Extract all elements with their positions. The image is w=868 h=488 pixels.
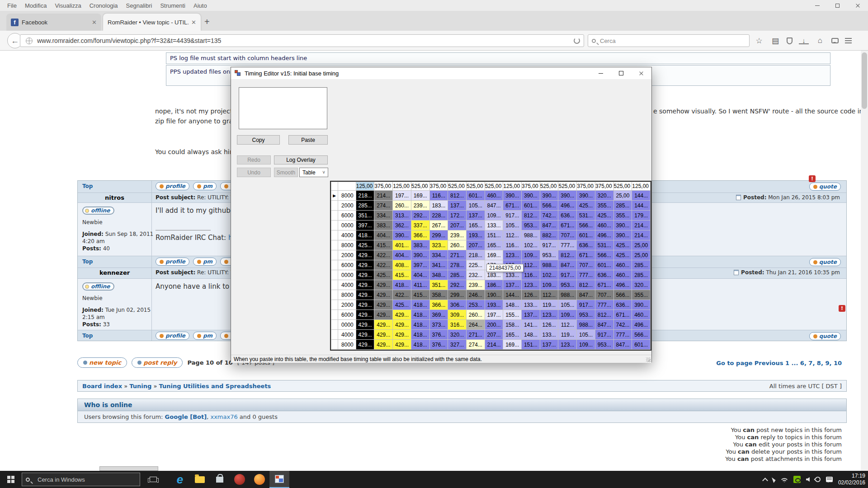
grid-cell[interactable]: 267... [429,221,448,230]
grid-cell[interactable]: 496... [558,201,577,211]
grid-cell[interactable]: 418... [356,230,374,240]
grid-cell[interactable]: 109... [540,280,558,290]
grid-cell[interactable]: 109... [522,250,540,260]
taskbar-search-placeholder[interactable]: Cerca in Windows [38,476,85,483]
grid-cell[interactable]: 126... [522,290,540,300]
grid-cell[interactable]: 404... [393,250,411,260]
bookmark-star-icon[interactable]: ☆ [754,36,764,46]
grid-cell[interactable]: 260... [466,310,485,320]
url-text[interactable]: www.romraider.com/forum/viewtopic.php?f=… [37,37,571,44]
grid-cell[interactable]: 337... [411,221,429,230]
grid-cell[interactable]: 172... [448,211,467,221]
grid-cell[interactable]: 366... [429,300,448,310]
grid-cell[interactable]: 847... [558,260,577,270]
grid-cell[interactable]: 390... [613,230,632,240]
history-listbox[interactable] [239,87,327,129]
grid-cell[interactable]: 369... [429,310,448,320]
grid-cell[interactable]: 429... [393,320,411,330]
grid-cell[interactable]: 25,00 [632,250,651,260]
grid-cell[interactable]: 260... [448,240,467,250]
pointer-tray-icon[interactable] [772,476,776,483]
grid-cell[interactable]: 169... [503,340,522,350]
minimize-button[interactable] [807,0,827,11]
grid-cell[interactable]: 320... [632,280,651,290]
grid-row-header[interactable]: 4000 [338,330,356,340]
new-tab-button[interactable]: + [204,17,210,26]
wifi-icon[interactable] [781,477,788,482]
grid-row-header[interactable]: 4000 [338,280,356,290]
grid-col-header[interactable]: 375,00 [374,182,393,191]
grid-cell[interactable]: 429... [374,320,393,330]
pm-button[interactable]: pm [193,258,217,266]
grid-cell[interactable]: 429... [393,330,411,340]
grid-cell[interactable]: 953... [522,221,540,230]
grid-cell[interactable]: 116... [503,240,522,250]
grid-cell[interactable]: 847... [595,320,613,330]
adblock-shield-icon[interactable] [787,38,793,44]
grid-cell[interactable]: 415... [374,240,393,250]
grid-cell[interactable]: 636... [595,270,613,280]
dialog-maximize-button[interactable] [611,67,631,79]
grid-cell[interactable]: 671... [558,221,577,230]
grid-cell[interactable]: 429... [356,290,374,300]
grid-row-header[interactable]: 8000 [338,340,356,350]
grid-cell[interactable]: 429... [393,340,411,350]
grid-cell[interactable]: 390... [393,230,411,240]
grid-cell[interactable]: 418... [411,320,429,330]
grid-cell[interactable]: 601... [577,230,595,240]
grid-cell[interactable]: 348... [429,270,448,280]
grid-cell[interactable]: 362... [393,221,411,230]
undo-button[interactable]: Undo [237,168,271,177]
grid-row-header[interactable]: 2000 [338,250,356,260]
grid-cell[interactable]: 376... [429,340,448,350]
breadcrumb-tuning[interactable]: Tuning [129,383,151,389]
quote-button[interactable]: quote [809,183,841,191]
grid-cell[interactable]: 123... [522,280,540,290]
file-explorer-button[interactable] [190,471,210,488]
grid-cell[interactable]: 155... [503,310,522,320]
grid-cell[interactable]: 422... [393,290,411,300]
grid-cell[interactable]: 953... [558,280,577,290]
grid-col-header[interactable]: 525,00 [411,182,429,191]
grid-cell[interactable]: 531... [577,211,595,221]
grid-cell[interactable]: 460... [613,260,632,270]
grid-cell[interactable]: 566... [595,250,613,260]
grid-cell[interactable]: 390... [522,191,540,201]
grid-cell[interactable]: 496... [595,230,613,240]
grid-cell[interactable]: 144... [503,290,522,300]
grid-cell[interactable]: 429... [374,340,393,350]
grid-cell[interactable]: 425... [613,240,632,250]
pm-button[interactable]: pm [193,332,217,340]
grid-cell[interactable]: 917... [540,240,558,250]
grid-cell[interactable]: 383... [411,240,429,250]
browser-app-button[interactable] [230,471,250,488]
grid-cell[interactable]: 225... [466,260,485,270]
menu-modifica[interactable]: Modifica [21,1,50,10]
grid-cell[interactable]: 408... [393,260,411,270]
grid-col-header[interactable]: 525,00 [485,182,503,191]
grid-cell[interactable]: 309... [448,310,467,320]
grid-cell[interactable]: 373... [429,320,448,330]
grid-cell[interactable]: 882... [540,230,558,240]
grid-cell[interactable]: 207... [485,330,503,340]
grid-cell[interactable]: 246... [466,290,485,300]
grid-cell[interactable]: 351... [429,280,448,290]
grid-cell[interactable]: 105... [558,300,577,310]
grid-cell[interactable]: 116... [429,191,448,201]
breadcrumb-board-index[interactable]: Board index [82,383,122,389]
grid-cell[interactable]: 274... [374,201,393,211]
grid-cell[interactable]: 355... [613,211,632,221]
grid-row-header[interactable]: 6000 [338,211,356,221]
grid-cell[interactable]: 207... [466,240,485,250]
grid-cell[interactable]: 148... [503,300,522,310]
grid-cell[interactable]: 460... [613,270,632,280]
tray-expand-icon[interactable] [762,478,768,483]
grid-cell[interactable]: 429... [356,340,374,350]
grid-cell[interactable]: 429... [356,320,374,330]
quote-button[interactable]: quote [809,332,841,340]
volume-icon[interactable] [806,477,810,482]
grid-row-header[interactable]: 8000 [338,290,356,300]
menu-strumenti[interactable]: Strumenti [156,1,189,10]
grid-cell[interactable]: 429... [356,310,374,320]
grid-cell[interactable]: 334... [429,250,448,260]
